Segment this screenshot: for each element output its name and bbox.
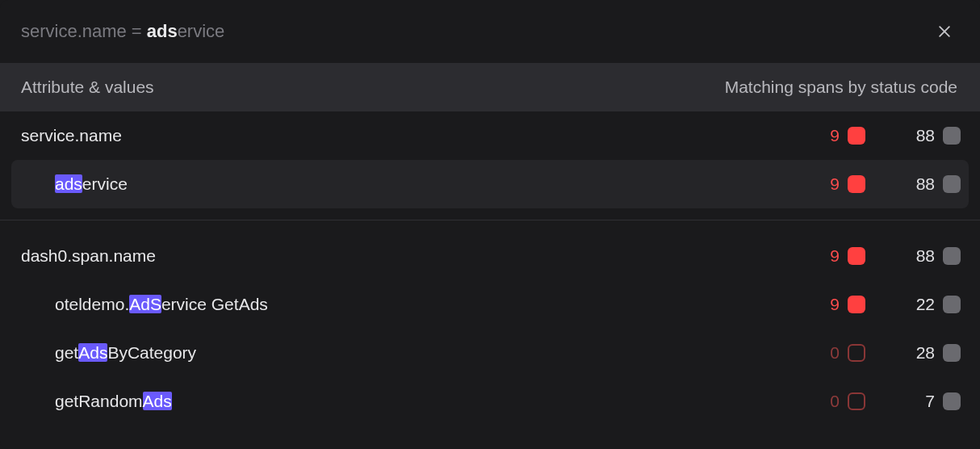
neutral-count-group: 88 [865, 246, 961, 266]
neutral-count: 88 [916, 174, 935, 194]
value-text: getRandom [55, 392, 143, 410]
close-button[interactable] [932, 19, 957, 44]
filter-field: service.name [21, 21, 127, 42]
neutral-count-group: 28 [865, 343, 961, 363]
error-count-group: 9 [770, 295, 865, 314]
value-label: getAdsByCategory [55, 343, 770, 363]
neutral-chip [943, 175, 961, 193]
filter-value: adservice [147, 21, 225, 42]
neutral-count-group: 7 [865, 392, 961, 411]
status-counts: 922 [770, 295, 961, 314]
error-chip [848, 175, 865, 193]
filter-expression-row[interactable]: service.name = adservice [0, 0, 980, 63]
neutral-chip [943, 127, 961, 145]
neutral-count: 28 [916, 343, 935, 363]
error-count-group: 9 [770, 174, 865, 194]
value-text: get [55, 343, 78, 362]
error-count-group: 9 [770, 126, 865, 145]
attribute-name: service.name [21, 126, 770, 145]
error-count: 9 [830, 174, 840, 194]
neutral-count: 88 [916, 126, 935, 145]
value-text: ervice [82, 174, 128, 193]
status-counts: 988 [770, 126, 961, 145]
neutral-count-group: 88 [865, 126, 961, 145]
match-highlight: AdS [129, 295, 161, 313]
value-label: getRandomAds [55, 392, 770, 411]
error-count: 9 [830, 126, 840, 145]
neutral-count: 88 [916, 246, 935, 266]
attribute-row[interactable]: service.name988 [0, 111, 980, 160]
neutral-count: 22 [916, 295, 935, 314]
status-counts: 988 [770, 246, 961, 266]
column-header-status: Matching spans by status code [725, 78, 957, 97]
attribute-row[interactable]: dash0.span.name988 [0, 232, 980, 280]
error-chip [848, 344, 865, 362]
filter-completion: ervice [178, 21, 225, 41]
neutral-count: 7 [925, 392, 935, 411]
error-count-group: 0 [770, 343, 865, 363]
neutral-count-group: 22 [865, 295, 961, 314]
value-label: adservice [55, 174, 770, 194]
attribute-group: service.name988adservice988 [0, 111, 980, 208]
neutral-chip [943, 344, 961, 362]
value-row[interactable]: getAdsByCategory028 [0, 329, 980, 377]
results: service.name988adservice988dash0.span.na… [0, 111, 980, 426]
attribute-group: dash0.span.name988oteldemo.AdService Get… [0, 232, 980, 426]
divider [0, 220, 980, 220]
status-counts: 028 [770, 343, 961, 363]
filter-panel: service.name = adservice Attribute & val… [0, 0, 980, 449]
value-row[interactable]: oteldemo.AdService GetAds922 [0, 280, 980, 329]
neutral-chip [943, 247, 961, 265]
error-count: 0 [830, 343, 840, 363]
value-text: ervice GetAds [161, 295, 268, 313]
filter-typed: ads [147, 21, 178, 41]
match-highlight: ads [55, 174, 82, 193]
status-counts: 988 [770, 174, 961, 194]
value-row[interactable]: getRandomAds07 [0, 377, 980, 426]
close-icon [936, 23, 953, 40]
match-highlight: Ads [143, 392, 172, 410]
error-chip [848, 296, 865, 313]
filter-expression[interactable]: service.name = adservice [21, 21, 932, 42]
value-label: oteldemo.AdService GetAds [55, 295, 770, 314]
error-count: 9 [830, 295, 840, 314]
columns-header: Attribute & values Matching spans by sta… [0, 63, 980, 111]
column-header-attribute: Attribute & values [21, 78, 725, 97]
filter-operator: = [132, 21, 142, 42]
error-chip [848, 247, 865, 265]
neutral-chip [943, 296, 961, 313]
error-count: 9 [830, 246, 840, 266]
status-counts: 07 [770, 392, 961, 411]
match-highlight: Ads [78, 343, 107, 362]
error-count-group: 0 [770, 392, 865, 411]
error-chip [848, 392, 865, 410]
value-row[interactable]: adservice988 [11, 160, 969, 208]
value-text: oteldemo. [55, 295, 129, 313]
neutral-count-group: 88 [865, 174, 961, 194]
neutral-chip [943, 392, 961, 410]
error-count: 0 [830, 392, 840, 411]
error-count-group: 9 [770, 246, 865, 266]
attribute-name: dash0.span.name [21, 246, 770, 266]
error-chip [848, 127, 865, 145]
value-text: ByCategory [107, 343, 196, 362]
